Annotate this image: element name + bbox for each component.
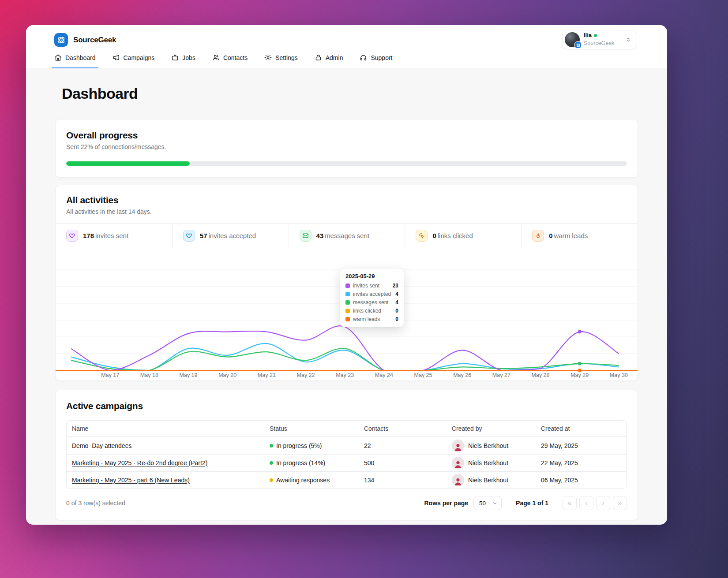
overall-progress-subtitle: Sent 22% of connections/messages. — [66, 143, 627, 150]
campaign-name-link[interactable]: Marketing - May 2025 - part 6 (New Leads… — [72, 477, 190, 484]
megaphone-icon — [113, 54, 120, 61]
main-content: Dashboard Overall progress Sent 22% of c… — [26, 68, 667, 524]
created-by-cell: Niels Berkhout — [452, 457, 530, 469]
tooltip-row: links clicked0 — [345, 308, 398, 314]
user-org: SourceGeek — [584, 40, 614, 46]
series-label: invites accepted — [353, 291, 391, 297]
rows-per-page-select[interactable]: 50 — [473, 496, 502, 510]
primary-nav: DashboardCampaignsJobsContactsSettingsAd… — [54, 54, 639, 68]
user-menu-trigger[interactable]: Ilia SourceGeek — [562, 30, 636, 49]
app-header: SourceGeek DashboardCampaignsJobsContact… — [26, 25, 667, 68]
stat-tile-warm-leads: 0warm leads — [521, 224, 638, 248]
status-dot — [270, 444, 273, 447]
tooltip-row: warm leads0 — [345, 316, 398, 322]
nav-item-label: Settings — [275, 54, 298, 61]
table-row[interactable]: Marketing - May 2025 - Re-do 2nd degree … — [67, 454, 627, 471]
next-page-button[interactable]: › — [596, 496, 610, 510]
stat-label: 0links clicked — [432, 232, 473, 239]
progress-bar — [66, 161, 627, 166]
table-footer: 0 of 3 row(s) selected Rows per page 50 … — [66, 496, 627, 510]
svg-text:May 18: May 18 — [140, 372, 158, 378]
status-cell: In progress (5%) — [270, 442, 353, 449]
invite-heart-icon — [183, 230, 195, 242]
campaign-name-link[interactable]: Marketing - May 2025 - Re-do 2nd degree … — [72, 459, 207, 466]
cursor-click-icon — [416, 230, 428, 242]
stat-label: 0warm leads — [549, 232, 588, 239]
nav-item-label: Campaigns — [124, 54, 155, 61]
status-cell: In progress (14%) — [270, 459, 353, 466]
creator-name: Niels Berkhout — [468, 442, 508, 449]
stat-label: 57invites accepted — [200, 232, 256, 239]
series-label: warm leads — [353, 316, 380, 322]
chart-tooltip: 2025-05-29 invites sent23invites accepte… — [340, 268, 404, 327]
series-swatch — [345, 300, 350, 305]
activities-card: All activities All activities in the las… — [55, 185, 638, 381]
created-at: 06 May, 2025 — [536, 477, 627, 484]
tooltip-row: invites sent23 — [345, 283, 398, 289]
activities-title: All activities — [66, 195, 627, 205]
creator-avatar — [452, 440, 464, 452]
header-cell-contacts: Contacts — [359, 425, 447, 432]
nav-item-dashboard[interactable]: Dashboard — [54, 54, 96, 68]
nav-item-label: Contacts — [223, 54, 248, 61]
activity-stats-row: 178invites sent57invites accepted43messa… — [56, 223, 638, 248]
table-row[interactable]: Marketing - May 2025 - part 6 (New Leads… — [67, 471, 627, 489]
last-page-button[interactable]: » — [613, 496, 627, 510]
table-row[interactable]: Demo_Day attendeesIn progress (5%)22Niel… — [67, 437, 627, 454]
online-status-dot — [594, 34, 597, 37]
campaigns-title: Active campaigns — [66, 401, 627, 411]
stat-tile-messages-sent: 43messages sent — [289, 224, 405, 248]
stat-label: 178invites sent — [83, 232, 128, 239]
header-cell-name: Name — [67, 425, 264, 432]
brand[interactable]: SourceGeek — [54, 33, 639, 47]
nav-item-admin[interactable]: Admin — [315, 54, 343, 68]
desktop-background: { "app": { "name": "SourceGeek" }, "user… — [0, 0, 728, 578]
svg-text:May 28: May 28 — [532, 372, 550, 378]
nav-item-support[interactable]: Support — [360, 54, 392, 68]
creator-avatar — [452, 457, 464, 469]
series-swatch — [345, 292, 350, 296]
stat-tile-links-clicked: 0links clicked — [405, 224, 521, 248]
table-body: Demo_Day attendeesIn progress (5%)22Niel… — [67, 437, 627, 489]
nav-item-jobs[interactable]: Jobs — [171, 54, 195, 68]
stat-tile-invites-accepted: 57invites accepted — [172, 224, 289, 248]
tooltip-row: invites accepted4 — [345, 291, 398, 297]
page-title: Dashboard — [55, 68, 638, 119]
stat-value: 0 — [549, 232, 552, 239]
series-value: 4 — [395, 299, 398, 306]
svg-text:May 20: May 20 — [218, 372, 236, 378]
series-swatch — [345, 283, 350, 288]
activity-chart[interactable]: May 17May 18May 19May 20May 21May 22May … — [56, 248, 638, 380]
prev-page-button[interactable]: ‹ — [579, 496, 593, 510]
pagination: «‹›» — [563, 496, 627, 510]
series-label: messages sent — [353, 299, 389, 306]
series-swatch — [345, 317, 350, 321]
home-icon — [54, 54, 62, 61]
nav-item-settings[interactable]: Settings — [264, 54, 298, 68]
lock-icon — [315, 54, 322, 61]
svg-text:May 25: May 25 — [414, 372, 432, 378]
headphones-icon — [360, 54, 367, 61]
users-icon — [212, 54, 220, 61]
svg-text:May 22: May 22 — [297, 372, 315, 378]
nav-item-label: Admin — [326, 54, 343, 61]
status-cell: Awaiting responses — [270, 477, 353, 484]
created-at: 29 May, 2025 — [536, 442, 627, 449]
tooltip-date: 2025-05-29 — [345, 273, 398, 280]
header-cell-created-by: Created by — [447, 425, 536, 432]
table-header-row: NameStatusContactsCreated byCreated at — [67, 421, 627, 437]
nav-item-label: Support — [371, 54, 392, 61]
status-text: Awaiting responses — [276, 477, 330, 484]
header-cell-created-at: Created at — [536, 425, 627, 432]
app-window: SourceGeek DashboardCampaignsJobsContact… — [26, 25, 667, 525]
stat-value: 0 — [432, 232, 436, 239]
nav-item-contacts[interactable]: Contacts — [212, 54, 248, 68]
first-page-button[interactable]: « — [563, 496, 577, 510]
brand-name: SourceGeek — [73, 36, 116, 45]
created-by-cell: Niels Berkhout — [452, 440, 530, 452]
briefcase-icon — [171, 54, 179, 61]
campaign-name-link[interactable]: Demo_Day attendees — [72, 442, 131, 449]
nav-item-campaigns[interactable]: Campaigns — [113, 54, 155, 68]
series-swatch — [345, 309, 350, 313]
svg-text:May 21: May 21 — [258, 372, 276, 378]
